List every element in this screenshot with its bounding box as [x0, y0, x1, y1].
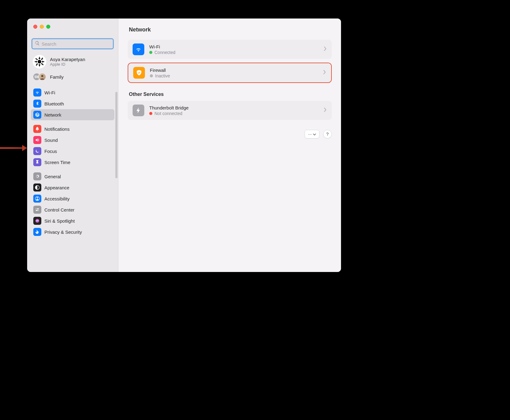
- svg-point-17: [38, 210, 39, 211]
- svg-point-16: [36, 208, 37, 209]
- gear-icon: [33, 172, 41, 180]
- zoom-button[interactable]: [46, 25, 50, 29]
- page-title: Network: [128, 25, 332, 40]
- svg-point-12: [37, 197, 38, 198]
- firewall-highlight: Firewall Inactive: [128, 63, 332, 83]
- sidebar-item-label: Appearance: [44, 185, 69, 190]
- sidebar-item-label: Network: [44, 112, 61, 117]
- person-icon: [33, 195, 41, 203]
- moon-icon: [33, 147, 41, 155]
- wi-fi-title: Wi-Fi: [149, 44, 319, 49]
- sidebar-scrollbar[interactable]: [115, 92, 117, 178]
- wi-fi-status: Connected: [154, 50, 175, 55]
- sound-icon: [33, 136, 41, 144]
- sidebar-item-label: Privacy & Security: [44, 229, 82, 235]
- chevron-right-icon: [323, 70, 326, 76]
- sidebar-item-label: Screen Time: [44, 160, 70, 165]
- status-dot: [150, 74, 153, 77]
- other-services-list: Thunderbolt Bridge Not connected: [128, 101, 332, 120]
- search-input[interactable]: [42, 41, 110, 47]
- sidebar-item-appearance[interactable]: Appearance: [31, 182, 114, 193]
- wifi-icon: [33, 89, 41, 97]
- bolt-icon: [133, 105, 144, 116]
- row-firewall[interactable]: Firewall Inactive: [128, 63, 331, 82]
- chevron-right-icon: [324, 47, 327, 52]
- sidebar-item-control-center[interactable]: Control Center: [31, 204, 114, 215]
- siri-icon: [33, 217, 41, 225]
- sidebar-item-label: Wi-Fi: [44, 90, 55, 95]
- status-dot: [149, 112, 152, 115]
- sidebar-item-apple-id[interactable]: Asya Karapetyan Apple ID: [31, 52, 114, 71]
- sidebar-item-accessibility[interactable]: Accessibility: [31, 193, 114, 204]
- svg-point-10: [41, 75, 43, 77]
- help-icon: ?: [326, 132, 329, 137]
- contrast-icon: [33, 183, 41, 191]
- close-button[interactable]: [33, 25, 37, 29]
- annotation-arrow: [0, 147, 27, 149]
- hand-icon: [33, 228, 41, 236]
- family-member-photo: [38, 73, 46, 81]
- sidebar-item-label: Notifications: [44, 126, 70, 132]
- wifi-icon: [133, 43, 144, 55]
- family-avatars: SM: [33, 73, 46, 81]
- minimize-button[interactable]: [40, 25, 44, 29]
- account-sub: Apple ID: [50, 62, 85, 67]
- other-services-title: Other Services: [128, 83, 332, 101]
- chevron-right-icon: [324, 108, 327, 113]
- sidebar-item-screen-time[interactable]: Screen Time: [31, 157, 114, 168]
- chevron-down-icon: [313, 132, 316, 137]
- bluetooth-icon: [33, 100, 41, 108]
- content-pane: Network Wi-Fi Connected Firewall Inactiv…: [118, 19, 341, 272]
- sidebar-item-general[interactable]: General: [31, 171, 114, 182]
- sidebar-item-family[interactable]: SM Family: [31, 71, 114, 84]
- network-services-list: Wi-Fi Connected: [128, 40, 332, 59]
- sidebar-item-sound[interactable]: Sound: [31, 134, 114, 146]
- row-wi-fi[interactable]: Wi-Fi Connected: [128, 40, 332, 59]
- sidebar-item-privacy-security[interactable]: Privacy & Security: [31, 226, 114, 237]
- family-label: Family: [50, 74, 64, 80]
- account-name: Asya Karapetyan: [50, 57, 85, 62]
- sidebar-item-label: Bluetooth: [44, 101, 64, 106]
- globe-icon: [33, 111, 41, 119]
- sidebar-item-siri-spotlight[interactable]: Siri & Spotlight: [31, 215, 114, 226]
- status-dot: [149, 51, 152, 54]
- search-field[interactable]: [31, 38, 114, 49]
- firewall-status: Inactive: [155, 73, 170, 78]
- ellipsis-icon: ···: [308, 132, 312, 137]
- sidebar-item-label: Control Center: [44, 207, 75, 212]
- help-button[interactable]: ?: [323, 130, 332, 138]
- svg-point-9: [38, 60, 41, 64]
- bell-icon: [33, 125, 41, 133]
- firewall-title: Firewall: [150, 68, 318, 73]
- sidebar-item-label: Sound: [44, 138, 58, 143]
- switches-icon: [33, 206, 41, 214]
- sidebar-item-bluetooth[interactable]: Bluetooth: [31, 98, 114, 109]
- more-options-button[interactable]: ···: [305, 130, 319, 138]
- sidebar-item-focus[interactable]: Focus: [31, 146, 114, 157]
- sidebar-item-notifications[interactable]: Notifications: [31, 123, 114, 134]
- row-thunderbolt-bridge[interactable]: Thunderbolt Bridge Not connected: [128, 101, 332, 120]
- sidebar-item-label: Focus: [44, 149, 57, 154]
- sidebar-scroll: Asya Karapetyan Apple ID SM Family Wi-Fi…: [27, 52, 118, 272]
- window-controls: [27, 19, 118, 34]
- shield-icon: [133, 67, 145, 79]
- sidebar-item-label: General: [44, 174, 61, 179]
- hourglass-icon: [33, 158, 41, 166]
- sidebar: Asya Karapetyan Apple ID SM Family Wi-Fi…: [27, 19, 118, 272]
- sidebar-item-label: Siri & Spotlight: [44, 218, 75, 224]
- thunderbolt-bridge-title: Thunderbolt Bridge: [149, 105, 319, 110]
- sidebar-item-wi-fi[interactable]: Wi-Fi: [31, 87, 114, 98]
- sidebar-item-label: Accessibility: [44, 196, 70, 201]
- system-settings-window: Asya Karapetyan Apple ID SM Family Wi-Fi…: [27, 19, 341, 272]
- sidebar-item-network[interactable]: Network: [31, 109, 114, 120]
- thunderbolt-bridge-status: Not connected: [154, 111, 182, 116]
- footer-actions: ··· ?: [128, 130, 332, 138]
- avatar: [33, 55, 46, 68]
- search-icon: [35, 41, 40, 47]
